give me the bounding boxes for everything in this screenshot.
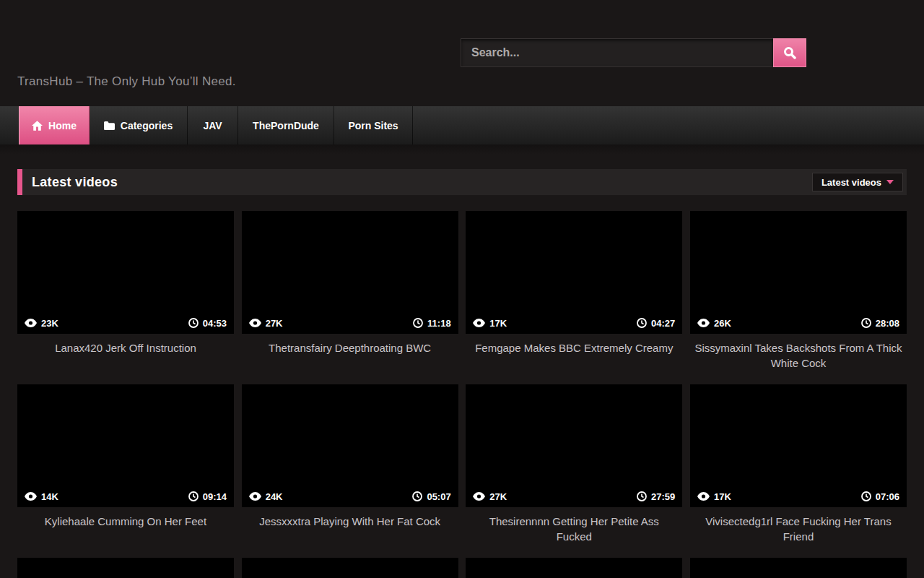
video-card[interactable]: 27K 11:18 Thetransfairy Deepthroating BW… [242, 211, 458, 384]
video-thumbnail[interactable] [466, 558, 682, 578]
video-meta: 27K 11:18 [242, 312, 458, 334]
video-views: 23K [41, 318, 58, 329]
video-card[interactable]: 26K 28:08 Sissymaxinl Takes Backshots Fr… [690, 211, 907, 384]
clock-icon [637, 318, 647, 328]
video-card[interactable] [466, 558, 682, 578]
nav-item-label: Categories [121, 120, 173, 131]
video-duration: 05:07 [427, 491, 450, 502]
video-duration: 28:08 [876, 318, 899, 329]
eye-icon [25, 319, 37, 327]
eye-icon [25, 492, 37, 501]
clock-icon [637, 491, 647, 501]
video-thumbnail[interactable]: 27K 27:59 [466, 384, 682, 507]
nav-item-label: ThePornDude [253, 120, 319, 131]
video-views: 27K [266, 318, 283, 329]
video-title[interactable]: Lanax420 Jerk Off Instruction [17, 334, 234, 355]
site-slogan: TransHub – The Only Hub You’ll Need. [17, 74, 236, 89]
eye-icon [473, 319, 485, 327]
section-header: Latest videos Latest videos [17, 169, 907, 195]
eye-icon [249, 492, 261, 501]
video-views: 24K [266, 491, 283, 502]
video-views: 27K [489, 491, 507, 502]
home-icon [32, 121, 43, 131]
nav-shadow [0, 144, 924, 154]
video-title[interactable]: Thesirennnn Getting Her Petite Ass Fucke… [466, 507, 682, 544]
video-meta: 24K 05:07 [242, 486, 458, 507]
video-meta: 14K 09:14 [17, 486, 234, 507]
page-header: TransHub – The Only Hub You’ll Need. [0, 0, 924, 106]
sort-dropdown-label: Latest videos [821, 177, 881, 188]
clock-icon [188, 318, 199, 328]
clock-icon [861, 491, 871, 501]
nav-item-label: JAV [203, 120, 222, 131]
video-thumbnail[interactable]: 26K 28:08 [690, 211, 907, 334]
video-duration: 07:06 [876, 491, 899, 502]
video-title[interactable]: Femgape Makes BBC Extremely Creamy [466, 334, 682, 355]
search-icon [783, 46, 796, 59]
video-duration: 09:14 [203, 491, 227, 502]
video-card[interactable] [242, 558, 458, 578]
video-thumbnail[interactable] [690, 558, 907, 578]
video-card[interactable] [690, 558, 907, 578]
eye-icon [249, 319, 261, 327]
video-card[interactable]: 17K 04:27 Femgape Makes BBC Extremely Cr… [466, 211, 682, 384]
video-thumbnail[interactable]: 23K 04:53 [17, 211, 234, 334]
video-meta: 26K 28:08 [690, 312, 907, 334]
video-title[interactable]: Thetransfairy Deepthroating BWC [242, 334, 458, 355]
video-meta: 17K 04:27 [466, 312, 682, 334]
nav-item-porn-sites[interactable]: Porn Sites [334, 106, 413, 144]
video-duration: 04:53 [203, 318, 227, 329]
sort-dropdown[interactable]: Latest videos [812, 173, 903, 191]
video-meta: 27K 27:59 [466, 486, 682, 507]
eye-icon [697, 492, 710, 501]
video-duration: 04:27 [651, 318, 675, 329]
video-card[interactable]: 17K 07:06 Vivisectedg1rl Face Fucking He… [690, 384, 907, 558]
video-thumbnail[interactable] [242, 558, 458, 578]
folder-icon [104, 121, 115, 130]
search-form [461, 38, 806, 67]
clock-icon [412, 491, 422, 501]
main-nav: Home Categories JAV ThePornDude Porn Sit… [0, 106, 924, 144]
video-duration: 11:18 [427, 318, 451, 329]
nav-item-label: Porn Sites [348, 120, 398, 131]
video-card[interactable]: 27K 27:59 Thesirennnn Getting Her Petite… [466, 384, 682, 558]
nav-item-jav[interactable]: JAV [188, 106, 238, 144]
video-thumbnail[interactable]: 27K 11:18 [242, 211, 458, 334]
clock-icon [188, 491, 199, 501]
video-views: 14K [41, 491, 58, 502]
video-views: 17K [489, 318, 507, 329]
video-title[interactable]: Jessxxxtra Playing With Her Fat Cock [242, 507, 458, 529]
video-thumbnail[interactable] [17, 558, 234, 578]
nav-item-label: Home [48, 120, 77, 131]
nav-item-categories[interactable]: Categories [90, 106, 188, 144]
video-card[interactable]: 24K 05:07 Jessxxxtra Playing With Her Fa… [242, 384, 458, 558]
eye-icon [473, 492, 485, 501]
video-thumbnail[interactable]: 14K 09:14 [17, 384, 234, 507]
video-meta: 17K 07:06 [690, 486, 907, 507]
section-title: Latest videos [32, 175, 118, 190]
chevron-down-icon [886, 180, 894, 184]
video-thumbnail[interactable]: 17K 04:27 [466, 211, 682, 334]
video-card[interactable]: 23K 04:53 Lanax420 Jerk Off Instruction [17, 211, 234, 384]
nav-item-home[interactable]: Home [19, 106, 90, 144]
nav-item-theporndude[interactable]: ThePornDude [238, 106, 334, 144]
video-grid: 23K 04:53 Lanax420 Jerk Off Instruction [17, 211, 907, 578]
search-button[interactable] [773, 38, 806, 67]
video-title[interactable]: Vivisectedg1rl Face Fucking Her Trans Fr… [690, 507, 907, 544]
video-card[interactable] [17, 558, 234, 578]
clock-icon [861, 318, 871, 328]
search-input[interactable] [461, 38, 773, 67]
video-meta: 23K 04:53 [17, 312, 234, 334]
video-title[interactable]: Kyliehaale Cumming On Her Feet [17, 507, 234, 529]
video-thumbnail[interactable]: 17K 07:06 [690, 384, 907, 507]
video-views: 17K [714, 491, 731, 502]
clock-icon [413, 318, 423, 328]
video-card[interactable]: 14K 09:14 Kyliehaale Cumming On Her Feet [17, 384, 234, 558]
video-views: 26K [714, 318, 731, 329]
video-thumbnail[interactable]: 24K 05:07 [242, 384, 458, 507]
eye-icon [697, 319, 710, 327]
video-title[interactable]: Sissymaxinl Takes Backshots From A Thick… [690, 334, 907, 371]
video-duration: 27:59 [651, 491, 675, 502]
